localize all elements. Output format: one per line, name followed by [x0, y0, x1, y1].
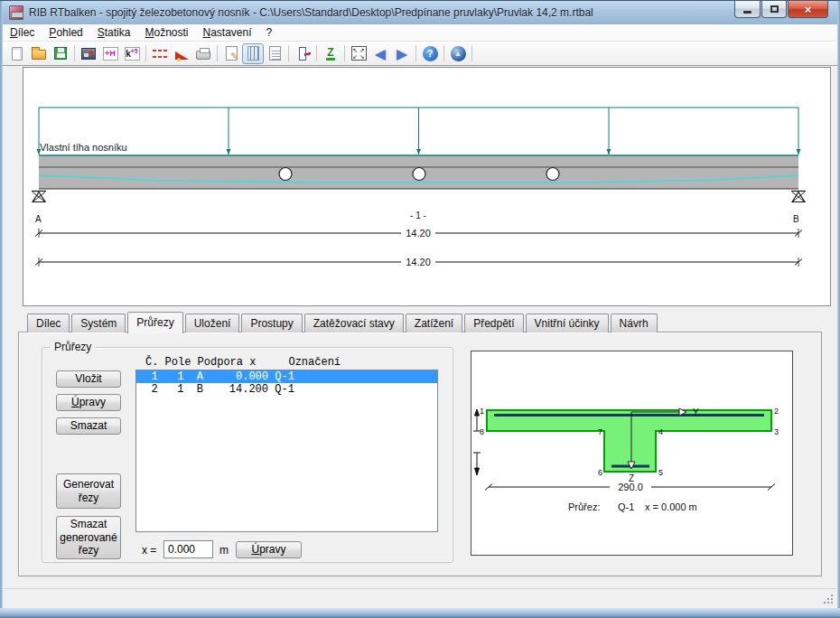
height-dimension-marks	[473, 409, 481, 475]
resize-grip[interactable]	[823, 594, 834, 604]
save-icon	[54, 47, 67, 60]
pencil-icon: ✎	[230, 52, 238, 61]
document-lines-icon	[269, 46, 281, 61]
print-button[interactable]	[192, 43, 214, 64]
node-label: 8	[480, 427, 484, 436]
help-button[interactable]: ?	[419, 43, 441, 64]
report-text-button[interactable]	[264, 43, 285, 64]
tab-system[interactable]: Systém	[71, 314, 126, 332]
title-bar: RIB RTbalken - spojitý železobetonový no…	[0, 1, 840, 24]
tab-zatizeni[interactable]: Zatížení	[406, 314, 462, 332]
toolbar-separator	[217, 45, 218, 61]
tab-zatezovaci-stavy[interactable]: Zatěžovací stavy	[304, 314, 404, 332]
close-button[interactable]: ×	[788, 1, 828, 18]
menu-pohled[interactable]: Pohled	[42, 24, 89, 41]
coefficients-icon: k+5	[125, 47, 140, 61]
generate-sections-button[interactable]: Generovat řezy	[56, 473, 121, 509]
report-columns-button[interactable]	[242, 43, 264, 64]
section-caption-name: Q-1	[618, 501, 634, 512]
node-label: 1	[480, 407, 484, 416]
window-frame-bottom	[0, 608, 840, 618]
section-caption-label: Průřez:	[568, 501, 600, 512]
toolbar-separator	[443, 45, 444, 61]
printer-icon	[196, 51, 210, 60]
edit-button[interactable]: Úpravy	[56, 394, 121, 411]
menu-nastaveni[interactable]: Nastavení	[195, 24, 258, 41]
system-input-button[interactable]	[78, 43, 99, 64]
zoom-extents-icon: ↖↗↙↘	[351, 46, 367, 61]
toolbar-separator	[316, 45, 317, 61]
tab-prostupy[interactable]: Prostupy	[241, 314, 302, 332]
design-check-button[interactable]	[292, 43, 313, 64]
delete-generated-sections-button[interactable]: Smazat generované řezy	[56, 516, 121, 559]
table-row[interactable]: 1 1 A 0.000 Q-1	[136, 370, 437, 383]
help-icon: ?	[423, 46, 438, 61]
toolbar-separator	[145, 45, 146, 61]
width-dimension: 290.0	[618, 482, 643, 492]
new-document-button[interactable]	[6, 43, 28, 64]
reinforcement-button[interactable]	[149, 43, 171, 64]
tendon-button[interactable]	[171, 43, 192, 64]
insert-button[interactable]: Vložit	[56, 370, 121, 388]
close-icon: ×	[805, 3, 812, 16]
application-window: RIB RTbalken - spojitý železobetonový no…	[0, 0, 840, 618]
rib-logo-icon: ▲	[451, 46, 466, 61]
load-label: Vlastní tíha nosníku	[40, 142, 127, 153]
menu-dilec[interactable]: Dílec	[3, 24, 42, 41]
next-arrow-icon: ▶	[397, 47, 407, 61]
maximize-button[interactable]	[761, 1, 787, 18]
table-row[interactable]: 2 1 B 14.200 Q-1	[136, 383, 437, 396]
results-z-icon: Z	[326, 47, 334, 61]
minimize-button[interactable]	[734, 1, 761, 18]
node-label: 4	[658, 427, 663, 436]
section-caption-x: x = 0.000 m	[645, 501, 697, 512]
load-arrowheads	[37, 149, 801, 154]
maximize-icon	[770, 5, 779, 13]
menu-moznosti[interactable]: Možnosti	[137, 24, 195, 41]
support-left-symbol	[32, 192, 46, 202]
tab-predpeti[interactable]: Předpětí	[464, 314, 523, 332]
sections-listbox[interactable]: 1 1 A 0.000 Q-1 2 1 B 14.200 Q-1	[135, 370, 438, 532]
node-label: 6	[598, 468, 602, 477]
open-file-button[interactable]	[28, 43, 50, 64]
tab-navrh[interactable]: Návrh	[611, 314, 658, 332]
menu-statika[interactable]: Statika	[90, 24, 138, 41]
tab-dilec[interactable]: Dílec	[27, 314, 70, 332]
next-button[interactable]: ▶	[391, 43, 413, 64]
tab-ulozeni[interactable]: Uložení	[185, 314, 240, 332]
span-dimension-bottom: 14.20	[406, 257, 431, 267]
previous-button[interactable]: ◀	[369, 43, 391, 64]
tab-prurezy[interactable]: Průřezy	[127, 312, 182, 333]
delete-button[interactable]: Smazat	[56, 417, 121, 435]
load-input-button[interactable]: +H	[99, 43, 121, 64]
window-frame-left	[0, 1, 3, 618]
load-input-icon: +H	[103, 47, 118, 61]
y-axis-label: Y	[693, 407, 699, 417]
minimize-icon	[743, 11, 751, 14]
report-edit-button[interactable]: ✎	[220, 43, 242, 64]
tendon-wedge-icon	[175, 52, 189, 60]
zoom-extents-button[interactable]: ↖↗↙↘	[348, 43, 369, 64]
coefficients-button[interactable]: k+5	[121, 43, 143, 64]
node-label: 3	[774, 427, 779, 436]
edit-x-button[interactable]: Úpravy	[236, 541, 302, 558]
support-a-label: A	[35, 214, 42, 224]
support-b-label: B	[793, 214, 799, 224]
x-coordinate-input[interactable]	[163, 540, 213, 558]
open-folder-icon	[32, 50, 46, 60]
x-label: x =	[142, 544, 156, 557]
cross-section-panel: Y Z 290.0 1 2 3 4 5 6 7	[471, 351, 793, 556]
rib-logo-button[interactable]: ▲	[447, 43, 469, 64]
save-button[interactable]	[50, 43, 71, 64]
menu-help[interactable]: ?	[259, 24, 280, 41]
beam-view-panel: Vlastní tíha nosníku A B	[23, 67, 831, 306]
beam-drawing: Vlastní tíha nosníku A B	[23, 68, 830, 305]
toolbar-separator	[344, 45, 345, 61]
x-unit-label: m	[219, 544, 229, 557]
node-label: 2	[774, 407, 779, 416]
toolbar-separator	[471, 45, 472, 61]
tab-vnitrni-ucinky[interactable]: Vnitřní účinky	[526, 314, 609, 332]
app-icon	[9, 5, 23, 20]
span-label: - 1 -	[410, 211, 426, 220]
results-button[interactable]: Z	[320, 43, 341, 64]
